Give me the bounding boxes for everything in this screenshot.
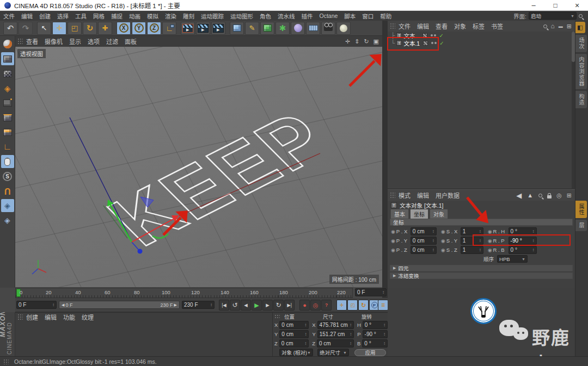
lock-x-axis-button[interactable]: X (117, 22, 131, 35)
prev-key-button[interactable]: ↺ (230, 300, 240, 311)
add-light-button[interactable] (336, 22, 351, 35)
undo-button[interactable]: ↶ (3, 22, 17, 35)
spinner-icon[interactable]: ↕ (350, 332, 352, 337)
spinner-icon[interactable]: ↕ (479, 247, 481, 252)
drag-grip-icon[interactable] (17, 38, 23, 45)
spinner-icon[interactable]: ↕ (210, 302, 212, 307)
spinner-icon[interactable]: ↕ (383, 322, 385, 327)
editor-visibility-dot[interactable] (431, 34, 433, 36)
goto-end-button[interactable]: ▶| (284, 300, 295, 311)
vp-menu-filter[interactable]: 过滤 (103, 37, 121, 46)
om-menu-view[interactable]: 查看 (432, 22, 451, 30)
end-frame-field[interactable]: 230 F↕ (182, 301, 215, 309)
view-label[interactable]: 透视视图 (17, 49, 46, 58)
spinner-icon[interactable]: ↕ (383, 341, 385, 346)
texture-mode-button[interactable] (1, 67, 14, 80)
mat-menu-edit[interactable]: 编辑 (41, 313, 60, 321)
ruler-frame-field[interactable]: 0 F↕ (355, 288, 387, 296)
dock-tab-content-browser[interactable]: 内容浏览器 (575, 54, 587, 89)
coordinates-section-header[interactable]: 坐标 (390, 219, 573, 226)
add-field-button[interactable] (291, 22, 305, 35)
spinner-icon[interactable]: ↕ (350, 322, 352, 327)
render-visibility-dot[interactable] (434, 34, 436, 36)
drag-grip-icon[interactable] (17, 314, 23, 320)
menu-simulate[interactable]: 模拟 (144, 12, 162, 20)
key-circle-icon[interactable]: ◉ (488, 247, 492, 253)
key-circle-icon[interactable]: ◉ (441, 229, 445, 234)
mat-menu-create[interactable]: 创建 (23, 313, 41, 321)
timeline-ruler[interactable]: 0 20 40 60 80 100 120 140 160 180 200 22… (15, 288, 353, 298)
range-left-arrow-icon[interactable]: ◀ (62, 303, 64, 307)
move-tool-button[interactable]: ✛ (52, 22, 66, 35)
dock-tab-attributes[interactable]: 属性 (575, 201, 587, 218)
viewport-zoom-icon[interactable]: ⇕ (354, 38, 359, 45)
am-menu-mode[interactable]: 模式 (395, 191, 414, 200)
section-freeze-transform[interactable]: ▶ 冻结变换 (390, 272, 573, 279)
autokey-button[interactable]: ◎ (310, 300, 321, 311)
apply-button[interactable]: 应用 (354, 349, 386, 356)
vp-menu-options[interactable]: 选项 (84, 37, 103, 46)
add-environment-button[interactable] (306, 22, 320, 35)
drag-grip-icon[interactable] (390, 192, 395, 198)
size-y-field[interactable]: 151.27 cm↕ (317, 330, 354, 338)
menu-animate[interactable]: 动画 (126, 12, 144, 20)
close-button[interactable]: × (566, 1, 588, 10)
enable-check-icon[interactable]: ✓ (439, 40, 444, 46)
minimize-button[interactable]: – (523, 1, 544, 9)
tab-object[interactable]: 对象 (430, 209, 448, 219)
key-circle-icon[interactable]: ◉ (441, 247, 445, 253)
key-position-toggle[interactable]: ✛ (336, 300, 347, 311)
spinner-icon[interactable]: ↕ (532, 229, 535, 234)
next-frame-button[interactable]: ▶ (262, 300, 273, 311)
py-field[interactable]: 0 cm↕ (411, 237, 437, 245)
redo-button[interactable]: ↷ (19, 22, 33, 35)
om-menu-tags[interactable]: 标签 (469, 22, 488, 30)
spinner-icon[interactable]: ↕ (432, 238, 434, 243)
spinner-icon[interactable]: ↕ (432, 247, 434, 252)
mat-menu-texture[interactable]: 纹理 (78, 313, 97, 321)
axis-mode-button[interactable]: ∟ (1, 140, 14, 153)
dock-tab-layers[interactable]: 层 (575, 220, 587, 231)
pos-z-field[interactable]: 0 cm↕ (279, 339, 309, 348)
keyframe-selection-mode-button[interactable]: ≡ (378, 300, 388, 311)
panel-icon[interactable]: ⊞ (567, 192, 572, 199)
mat-menu-function[interactable]: 功能 (60, 313, 78, 321)
viewport-maximize-icon[interactable]: ▣ (373, 38, 379, 45)
panel-icon[interactable]: ⊞ (567, 23, 572, 30)
menu-edit[interactable]: 编辑 (18, 12, 36, 20)
spinner-icon[interactable]: ↕ (304, 341, 307, 346)
om-menu-edit[interactable]: 编辑 (414, 22, 432, 30)
vp-menu-panel[interactable]: 面板 (121, 37, 140, 46)
axis-gizmo[interactable] (15, 47, 382, 287)
prev-frame-button[interactable]: ◀ (241, 300, 251, 311)
keyframe-selection-button[interactable]: ? (321, 300, 332, 311)
range-right-arrow-icon[interactable]: ▶ (174, 303, 177, 307)
lock-y-axis-button[interactable]: Y (132, 22, 146, 35)
menu-plugins[interactable]: 插件 (298, 12, 316, 20)
points-mode-button[interactable] (1, 96, 14, 109)
tab-coordinates[interactable]: 坐标 (410, 209, 428, 219)
menu-mesh[interactable]: 网格 (90, 12, 108, 20)
last-tool-button[interactable]: ✚ (98, 22, 112, 35)
om-menu-objects[interactable]: 对象 (451, 22, 469, 30)
search-icon[interactable] (579, 14, 583, 18)
live-selection-button[interactable]: ↖ (37, 22, 51, 35)
model-mode-button[interactable] (1, 52, 14, 65)
spinner-icon[interactable]: ↕ (382, 290, 384, 295)
px-field[interactable]: 0 cm↕ (411, 227, 437, 235)
om-menu-file[interactable]: 文件 (395, 22, 414, 30)
spinner-icon[interactable]: ↕ (304, 332, 307, 337)
menu-help[interactable]: 帮助 (377, 12, 395, 20)
om-menu-bookmarks[interactable]: 书签 (488, 22, 506, 30)
menu-sculpt[interactable]: 雕刻 (180, 12, 198, 20)
lock-z-axis-button[interactable]: Z (147, 22, 161, 35)
snap-settings-button[interactable]: S (1, 170, 14, 183)
spinner-icon[interactable]: ↕ (350, 341, 352, 346)
viewport-pan-icon[interactable]: ✛ (345, 38, 350, 45)
gear-icon[interactable]: ◎ (556, 192, 562, 199)
rot-b-field[interactable]: 0 °↕ (362, 339, 388, 348)
key-scale-toggle[interactable]: ◰ (347, 300, 358, 311)
lock-icon[interactable] (547, 195, 552, 198)
spinner-icon[interactable]: ↕ (532, 247, 535, 252)
key-circle-icon[interactable]: ◉ (441, 238, 445, 244)
